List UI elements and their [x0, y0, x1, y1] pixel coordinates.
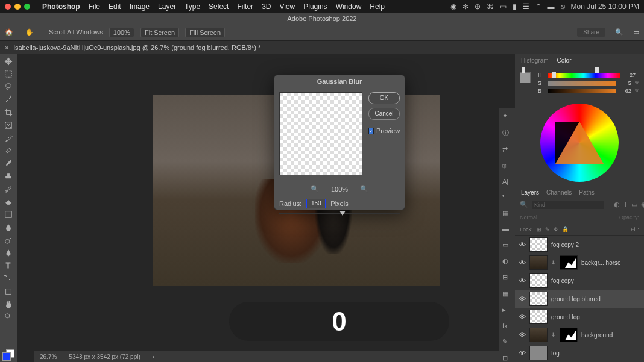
layer-mask[interactable]: [560, 255, 578, 270]
brush-tool-icon[interactable]: [3, 159, 14, 168]
rail-icon[interactable]: ⇄: [502, 146, 512, 154]
rail-icon[interactable]: ▦: [502, 209, 512, 217]
layer-thumbnail[interactable]: [529, 292, 548, 306]
window-traffic-lights[interactable]: [5, 4, 30, 10]
pen-tool-icon[interactable]: [3, 249, 14, 258]
stamp-tool-icon[interactable]: [3, 172, 14, 181]
color-wheel[interactable]: [540, 104, 619, 182]
layer-name[interactable]: ground fog blurred: [551, 296, 601, 302]
bri-slider[interactable]: B62%: [538, 88, 639, 94]
rail-icon[interactable]: fx: [502, 322, 512, 329]
menu-help[interactable]: Help: [370, 2, 385, 11]
layer-row[interactable]: 👁fog copy: [515, 272, 644, 290]
layer-row[interactable]: 👁⬇background: [515, 326, 644, 344]
layer-mask[interactable]: [560, 328, 578, 342]
layer-thumbnail[interactable]: [529, 328, 548, 342]
cancel-button[interactable]: Cancel: [368, 108, 400, 120]
history-brush-icon[interactable]: [3, 184, 14, 193]
menu-edit[interactable]: Edit: [109, 2, 121, 11]
status-arrow-icon[interactable]: ›: [153, 354, 154, 360]
layer-visibility-icon[interactable]: 👁: [519, 313, 526, 320]
path-tool-icon[interactable]: [3, 274, 14, 283]
tab-color[interactable]: Color: [557, 57, 572, 64]
tab-layers[interactable]: Layers: [521, 189, 539, 196]
menubar-clock[interactable]: Mon Jul 25 10:00 PM: [571, 2, 639, 11]
canvas-area[interactable]: Gaussian Blur OK Cancel ✓ Preview 🔍 100%…: [17, 54, 515, 362]
lock-icon[interactable]: 🔒: [562, 226, 569, 232]
document-tab[interactable]: × isabella-juskova-9aNItHjuOc0-unsplash.…: [0, 41, 644, 54]
rail-icon[interactable]: ◐: [502, 257, 512, 265]
dodge-tool-icon[interactable]: [3, 236, 14, 245]
blend-mode[interactable]: Normal: [520, 214, 617, 220]
menu-app[interactable]: Photoshop: [42, 2, 80, 11]
fit-screen-button[interactable]: Fit Screen: [140, 28, 179, 37]
layer-name[interactable]: ground fog: [551, 314, 580, 320]
layer-name[interactable]: fog copy 2: [551, 242, 579, 248]
lock-icon[interactable]: ✎: [545, 226, 550, 232]
layer-blend-row[interactable]: Normal Opacity:: [515, 211, 644, 223]
layer-name[interactable]: fog: [551, 350, 560, 357]
layers-tabs[interactable]: Layers Channels Paths: [515, 186, 644, 198]
layer-row[interactable]: 👁ground fog blurred: [515, 290, 644, 308]
type-tool-icon[interactable]: T: [3, 261, 14, 270]
workspace-icon[interactable]: ▭: [633, 28, 639, 36]
lock-icon[interactable]: ⊞: [537, 226, 541, 232]
menu-window[interactable]: Window: [336, 2, 362, 11]
menu-view[interactable]: View: [279, 2, 295, 11]
sat-slider[interactable]: S5%: [538, 80, 639, 86]
layer-thumbnail[interactable]: [529, 255, 548, 270]
lasso-tool-icon[interactable]: [3, 82, 14, 91]
layer-visibility-icon[interactable]: 👁: [519, 241, 526, 248]
menu-file[interactable]: File: [89, 2, 100, 11]
hand-tool-icon[interactable]: ✋: [25, 28, 34, 36]
rail-icon[interactable]: ▬: [502, 225, 512, 232]
rail-icon[interactable]: ⊡: [502, 354, 512, 362]
layer-thumbnail[interactable]: [529, 237, 548, 252]
layer-row[interactable]: 👁fog copy 2: [515, 236, 644, 254]
eraser-tool-icon[interactable]: [3, 198, 14, 207]
zoom-level[interactable]: 100%: [109, 28, 134, 37]
preview-checkbox[interactable]: ✓ Preview: [368, 127, 400, 134]
fill-screen-button[interactable]: Fill Screen: [185, 28, 225, 37]
radius-input[interactable]: 150: [306, 199, 326, 208]
lock-icon[interactable]: ✥: [554, 226, 558, 232]
filter-icon[interactable]: ◐: [614, 201, 620, 209]
filter-icon[interactable]: ▭: [631, 201, 637, 209]
radius-slider[interactable]: [279, 213, 400, 214]
eyedropper-tool-icon[interactable]: [3, 133, 14, 142]
rail-icon[interactable]: ✦: [502, 112, 512, 120]
layer-thumbnail[interactable]: [529, 310, 548, 324]
menu-layer[interactable]: Layer: [158, 2, 176, 11]
zoom-in-icon[interactable]: 🔍: [360, 185, 368, 193]
rail-icon[interactable]: ✎: [502, 338, 512, 346]
rail-icon[interactable]: A|: [502, 178, 512, 185]
rail-icon[interactable]: ¶: [502, 193, 512, 201]
layer-thumbnail[interactable]: [529, 273, 548, 288]
filter-icon[interactable]: ◉: [641, 201, 644, 209]
layer-filter-input[interactable]: [532, 201, 604, 209]
tab-paths[interactable]: Paths: [579, 189, 595, 196]
layer-lock-row[interactable]: Lock: ⊞ ✎ ✥ 🔒 Fill:: [515, 223, 644, 236]
layer-thumbnail[interactable]: [529, 346, 548, 360]
control-center-icon[interactable]: ⎋: [561, 2, 565, 11]
search-icon[interactable]: 🔍: [520, 201, 528, 208]
layer-visibility-icon[interactable]: 👁: [519, 349, 526, 357]
menu-image[interactable]: Image: [130, 2, 150, 11]
search-icon[interactable]: 🔍: [615, 28, 623, 36]
foreground-swatch[interactable]: [520, 72, 531, 83]
menu-type[interactable]: Type: [185, 2, 200, 11]
crop-tool-icon[interactable]: [3, 108, 14, 117]
ok-button[interactable]: OK: [368, 92, 400, 104]
layer-name[interactable]: backgr... horse: [581, 260, 621, 266]
layer-name[interactable]: fog copy: [551, 278, 574, 284]
marquee-tool-icon[interactable]: [3, 69, 14, 78]
zoom-tool-icon[interactable]: [3, 313, 14, 322]
layer-visibility-icon[interactable]: 👁: [519, 277, 526, 284]
link-icon[interactable]: ⬇: [551, 332, 556, 338]
rail-icon[interactable]: ▭: [502, 241, 512, 249]
frame-tool-icon[interactable]: [3, 120, 14, 130]
layer-visibility-icon[interactable]: 👁: [519, 259, 526, 266]
zoom-out-icon[interactable]: 🔍: [311, 185, 319, 193]
home-icon[interactable]: 🏠: [5, 28, 13, 36]
color-swatch[interactable]: [2, 349, 14, 360]
